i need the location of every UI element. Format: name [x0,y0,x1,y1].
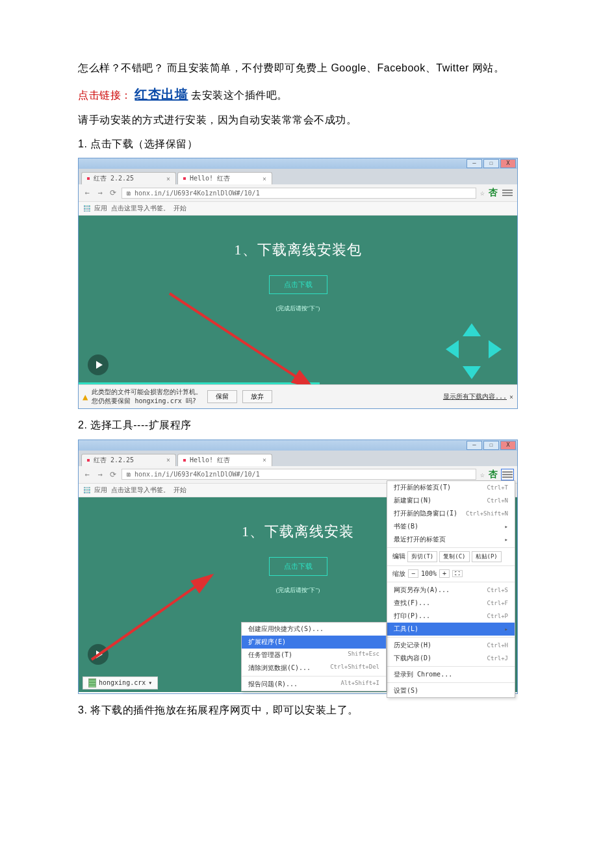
favicon-icon [86,176,91,181]
menu-print[interactable]: 打印(P)...Ctrl+P [387,610,515,623]
paste-button[interactable]: 粘贴(P) [472,551,502,562]
star-icon[interactable]: ☆ [480,188,485,197]
page-icon [126,471,132,478]
menu-recent-tabs[interactable]: 最近打开的标签页 [387,533,515,546]
window-close-button[interactable]: X [500,159,516,168]
download-button[interactable]: 点击下载 [269,557,327,576]
menu-downloads[interactable]: 下载内容(D)Ctrl+J [387,652,515,665]
menu-tools[interactable]: 工具(L) [387,623,515,636]
submenu-create-shortcut[interactable]: 创建应用快捷方式(S)... [242,623,386,636]
bookmarks-bar: 应用 点击这里导入书签。 开始 [79,202,517,216]
show-all-downloads-link[interactable]: 显示所有下载内容... [443,392,507,401]
window-min-button[interactable]: – [467,159,482,168]
hongxing-link[interactable]: 红杏出墙 [134,87,188,101]
window-max-button[interactable]: ☐ [483,159,499,168]
page-heading: 1、下载离线安装包 [79,240,517,260]
submenu-report-issue[interactable]: 报告问题(R)...Alt+Shift+I [242,678,386,691]
menu-new-window[interactable]: 新建窗口(N)Ctrl+N [387,494,515,507]
back-button[interactable]: ← [83,470,92,479]
window-titlebar: – ☐ X [79,158,517,169]
menu-save-as[interactable]: 网页另存为(A)...Ctrl+S [387,584,515,597]
nav-right-icon[interactable] [489,340,502,358]
download-warning-text: 此类型的文件可能会损害您的计算机。 您仍然要保留 hongxing.crx 吗? [92,388,202,406]
cut-button[interactable]: 剪切(T) [407,551,437,562]
import-bookmarks-hint[interactable]: 点击这里导入书签。 [111,486,170,495]
favicon-icon [182,458,187,463]
nav-down-icon[interactable] [463,366,481,379]
chrome-menu-button[interactable] [502,188,513,198]
page-viewport: 1、下载离线安装包 点击下载 (完成后请按"下") [79,216,517,384]
back-button[interactable]: ← [83,188,92,197]
apps-icon[interactable] [84,205,90,212]
submenu-task-manager[interactable]: 任务管理器(T)Shift+Esc [242,649,386,662]
apps-label[interactable]: 应用 [94,486,107,495]
page-hint: (完成后请按"下") [79,304,517,313]
tab-2[interactable]: Hello! 红杏 × [177,454,272,466]
import-bookmarks-hint[interactable]: 点击这里导入书签。 [111,204,170,213]
discard-button[interactable]: 放弃 [242,390,272,403]
url-text: honx.in/i/U693r4Ko1znlDlOW#/10/1 [134,190,260,197]
chrome-menu-button[interactable] [502,469,513,480]
favicon-icon [86,458,91,463]
crx-file-icon [88,678,96,688]
downloads-close-icon[interactable]: × [509,393,513,401]
fullscreen-button[interactable]: ⛶ [452,570,463,577]
submenu-extensions[interactable]: 扩展程序(E) [242,636,386,649]
menu-settings[interactable]: 设置(S) [387,684,515,697]
menu-incognito[interactable]: 打开新的隐身窗口(I)Ctrl+Shift+N [387,507,515,520]
tab-close-icon[interactable]: × [166,175,170,182]
intro-paragraph: 怎么样？不错吧？ 而且安装简单，不付费即可免费上 Google、Facebook… [78,58,536,78]
page-icon [126,190,132,197]
menu-signin[interactable]: 登录到 Chrome... [387,668,515,681]
tab-2[interactable]: Hello! 红杏 × [177,172,272,184]
menu-edit-row: 编辑 剪切(T) 复制(C) 粘贴(P) [387,549,515,564]
window-max-button[interactable]: ☐ [483,441,499,450]
reload-button[interactable]: ⟳ [109,188,118,197]
start-bookmark[interactable]: 开始 [173,486,186,495]
window-close-button[interactable]: X [500,441,516,450]
tab-label: 红杏 2.2.25 [94,456,134,465]
start-bookmark[interactable]: 开始 [173,204,186,213]
window-titlebar: – ☐ X [79,440,517,451]
step-3: 3. 将下载的插件拖放在拓展程序网页中，即可以安装上了。 [78,701,536,720]
tab-close-icon[interactable]: × [262,456,266,464]
submenu-clear-data[interactable]: 清除浏览数据(C)...Ctrl+Shift+Del [242,662,386,675]
menu-history[interactable]: 历史记录(H)Ctrl+H [387,639,515,652]
apps-icon[interactable] [84,487,90,493]
tab-1[interactable]: 红杏 2.2.25 × [81,172,176,184]
chevron-down-icon[interactable]: ▾ [148,679,152,686]
step-2: 2. 选择工具----扩展程序 [78,415,536,435]
nav-left-icon[interactable] [446,340,459,358]
play-icon[interactable] [88,354,109,375]
forward-button[interactable]: → [96,188,105,197]
download-filename: hongxing.crx [99,679,146,686]
url-input[interactable]: honx.in/i/U693r4Ko1znlDlOW#/10/1 [122,469,476,480]
zoom-value: 100% [421,570,437,577]
menu-find[interactable]: 查找(F)...Ctrl+F [387,597,515,610]
menu-bookmarks[interactable]: 书签(B) [387,520,515,533]
link-paragraph: 点击链接： 红杏出墙 去安装这个插件吧。 [78,82,536,106]
download-button[interactable]: 点击下载 [269,275,327,294]
zoom-out-button[interactable]: − [408,569,418,578]
window-min-button[interactable]: – [467,441,482,450]
forward-button[interactable]: → [96,470,105,479]
tab-close-icon[interactable]: × [262,175,266,182]
keep-button[interactable]: 保留 [207,390,237,403]
tab-close-icon[interactable]: × [166,456,170,464]
zoom-in-button[interactable]: + [439,569,450,578]
screenshot-1: – ☐ X 红杏 2.2.25 × Hello! 红杏 × ← → ⟳ honx… [78,158,518,409]
tools-submenu: 创建应用快捷方式(S)... 扩展程序(E) 任务管理器(T)Shift+Esc… [241,622,387,691]
tab-label: Hello! 红杏 [190,456,230,465]
tab-1[interactable]: 红杏 2.2.25 × [81,454,176,466]
xing-extension-icon[interactable]: 杏 [489,187,498,199]
url-input[interactable]: honx.in/i/U693r4Ko1znlDlOW#/10/1 [122,188,476,199]
apps-label[interactable]: 应用 [94,204,107,213]
copy-button[interactable]: 复制(C) [439,551,469,562]
play-icon[interactable] [88,644,109,665]
nav-up-icon[interactable] [463,323,481,336]
xing-extension-icon[interactable]: 杏 [489,469,498,480]
reload-button[interactable]: ⟳ [109,470,118,479]
download-chip[interactable]: hongxing.crx ▾ [83,676,158,689]
menu-new-tab[interactable]: 打开新的标签页(T)Ctrl+T [387,481,515,494]
star-icon[interactable]: ☆ [480,470,485,479]
